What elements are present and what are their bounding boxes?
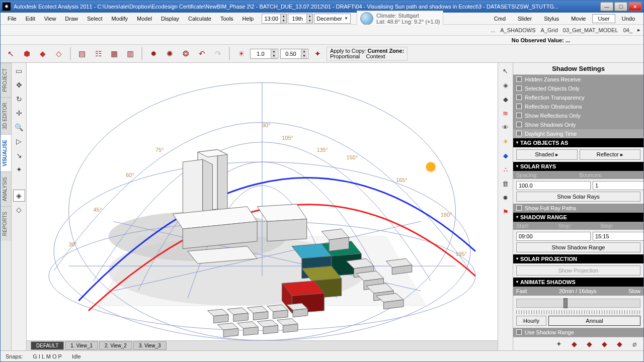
opt-refl-trans[interactable]: Reflection Transparency [513,93,643,102]
ltool-move-icon[interactable]: ✥ [13,79,25,91]
vtab-project[interactable]: PROJECT [1,63,11,97]
section-shadow-range[interactable]: SHADOW RANGE [513,213,643,222]
bt-book2-icon[interactable]: ◆ [583,338,595,350]
spacing-input[interactable] [516,181,591,190]
close-button[interactable]: ✕ [628,2,641,11]
section-animate[interactable]: ANIMATE SHADOWS [513,278,643,287]
ltool-rotate-icon[interactable]: ↻ [13,93,25,105]
tool-layer2-icon[interactable]: ☷ [91,47,105,61]
view-tab-2[interactable]: 2. View_2 [99,341,132,350]
menu-model[interactable]: Model [133,14,156,23]
tool-pointer-icon[interactable]: ↖ [4,47,18,61]
rtool-blue-icon[interactable]: ◆ [500,149,512,161]
opt-refl-obstr[interactable]: Reflection Obstructions [513,102,643,111]
maximize-button[interactable]: ☐ [614,2,627,11]
vtab-3deditor[interactable]: 3D EDITOR [1,97,11,134]
scale2-input[interactable]: ▲▼ [280,49,308,59]
opt-selected-only[interactable]: Selected Objects Only [513,84,643,93]
rtool-trash-icon[interactable]: 🗑 [500,177,512,190]
tool-sun-icon[interactable]: ☀ [234,47,248,61]
tool-cube3-icon[interactable]: ◇ [52,47,66,61]
rtool-scatter-icon[interactable]: ∴ [500,163,512,175]
tool-undo-icon[interactable]: ↶ [195,47,209,61]
section-solar-proj[interactable]: SOLAR PROJECTION [513,254,643,263]
ltool-plane-icon[interactable]: ▭ [13,65,25,77]
ltool-wire-icon[interactable]: ◇ [13,204,25,216]
tag-shadows[interactable]: A_SHADOWS [500,27,535,33]
ltool-zoom-icon[interactable]: 🔍 [13,121,25,133]
ltool-target-icon[interactable]: ✦ [13,163,25,175]
tool-redo-icon[interactable]: ↷ [211,47,225,61]
tab-undo[interactable]: Undo [616,14,640,23]
menu-tools[interactable]: Tools [216,14,237,23]
opt-use-range[interactable]: Use Shadow Range [513,328,643,337]
opt-refl-only[interactable]: Show Reflections Only [513,111,643,120]
menu-draw[interactable]: Draw [61,14,82,23]
rtool-cursor-icon[interactable]: ↖ [500,65,512,77]
tab-cmd[interactable]: Cmd [489,14,511,23]
menu-file[interactable]: File [4,14,21,23]
menu-edit[interactable]: Edit [22,14,39,23]
view-tab-default[interactable]: DEFAULT [31,341,64,350]
bt-book4-icon[interactable]: ◆ [613,338,625,350]
vtab-reports[interactable]: REPORTS [1,206,11,241]
3d-viewport[interactable]: 30° 45° 60° 75° 90° 105° 135° 150° 165° … [27,63,498,340]
bt-book3-icon[interactable]: ◆ [598,338,610,350]
bt-book1-icon[interactable]: ◆ [568,338,580,350]
tab-movie[interactable]: Movie [566,14,591,23]
opt-hidden-zones[interactable]: Hidden Zones Receive [513,75,643,84]
tool-gear1-icon[interactable]: ✹ [146,47,160,61]
tag-getmat[interactable]: 03_Get_MAT_MODEL [563,27,618,33]
rtool-rays-icon[interactable]: ≋ [500,107,512,119]
tool-gear3-icon[interactable]: ❂ [179,47,193,61]
menu-help[interactable]: Help [238,14,258,23]
tool-layer4-icon[interactable]: ▥ [123,47,137,61]
menu-calculate[interactable]: Calculate [184,14,215,23]
climate-info[interactable]: Climate: Stuttgart Lat: 48.8° Lng: 9.2° … [357,11,444,27]
annual-button[interactable]: Annual [548,316,640,326]
tag-04[interactable]: 04_ [623,27,632,33]
tool-cube1-icon[interactable]: ⬢ [20,47,34,61]
rtool-poly-icon[interactable]: ◆ [500,93,512,105]
ltool-measure-icon[interactable]: ↘ [13,149,25,161]
scale1-input[interactable]: ▲▼ [250,49,278,59]
view-tab-3[interactable]: 3. View_3 [133,341,167,350]
view-tab-1[interactable]: 1. View_1 [65,341,98,350]
vtab-visualise[interactable]: VISUALISE [1,134,11,171]
time-field[interactable] [262,16,280,22]
menu-select[interactable]: Select [83,14,107,23]
ltool-pan-icon[interactable]: ✢ [13,107,25,119]
opt-dst[interactable]: Daylight Saving Time [513,129,643,138]
show-rays-button[interactable]: Show Solar Rays [516,192,640,202]
rtool-flag-icon[interactable]: ⚑ [500,206,512,218]
opt-shadows-only[interactable]: Show Shadows Only [513,120,643,129]
menu-modify[interactable]: Modify [108,14,132,23]
minimize-button[interactable]: — [600,2,613,11]
tag-grid[interactable]: A_Grid [541,27,558,33]
opt-full-ray[interactable]: Show Full Ray Paths [513,204,643,213]
time-input[interactable]: ▲▼ [262,14,287,24]
rtool-sun-icon[interactable]: ☀ [500,135,512,147]
tool-gear2-icon[interactable]: ✺ [163,47,177,61]
show-proj-button[interactable]: Show Projection [516,265,640,276]
rtool-cube-icon[interactable]: ◈ [500,79,512,91]
section-solar-rays[interactable]: SOLAR RAYS [513,162,643,171]
menu-view[interactable]: View [40,14,60,23]
day-field[interactable] [288,16,306,22]
tool-axes-icon[interactable]: ✦ [310,47,325,61]
bt-camera-icon[interactable]: ⌀ [628,338,640,350]
section-tag-objects[interactable]: TAG OBJECTS AS [513,138,643,147]
tab-stylus[interactable]: Stylus [538,14,565,23]
tag-dots[interactable]: ... [491,27,495,33]
bounces-input[interactable] [593,181,643,190]
ltool-box-icon[interactable]: ◈ [13,190,25,202]
hourly-button[interactable]: Hourly [516,316,546,326]
ltool-cursor-icon[interactable]: ▷ [13,135,25,147]
tool-cube2-icon[interactable]: ◆ [36,47,50,61]
start-input[interactable] [516,232,591,241]
rtool-eye-icon[interactable]: 👁 [500,121,512,133]
menu-display[interactable]: Display [157,14,183,23]
tool-layer1-icon[interactable]: ▤ [75,47,89,61]
show-range-button[interactable]: Show Shadow Range [516,242,640,252]
shaded-button[interactable]: Shaded ▸ [516,149,578,160]
